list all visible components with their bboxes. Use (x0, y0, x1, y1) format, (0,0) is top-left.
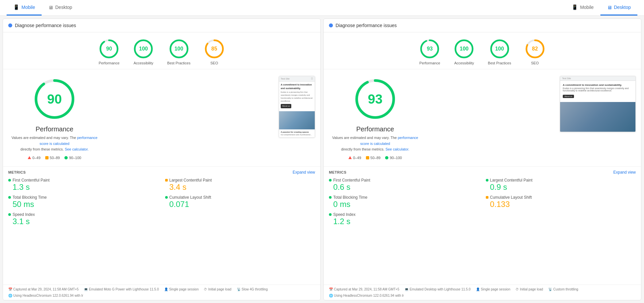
right-panel-header: Diagnose performance issues (324, 19, 641, 32)
left-footer-emulated: 💻 Emulated Moto G Power with Lighthouse … (84, 287, 159, 291)
right-panel-title: Diagnose performance issues (336, 23, 397, 28)
left-access-score: 100 (139, 46, 148, 52)
left-screenshot: Test Site ☰ A commitment to innovation a… (107, 76, 315, 138)
mobile-icon-right: 📱 (572, 4, 578, 10)
left-lcp-value: 3.4 s (165, 183, 315, 192)
right-perf-left: 93 Performance Values are estimated and … (329, 76, 421, 160)
right-metric-si: Speed Index 1.2 s (329, 212, 479, 226)
left-access-label: Accessibility (133, 61, 153, 65)
right-perf-link[interactable]: performance score is calculated (360, 136, 418, 146)
left-cls-value: 0.071 (165, 200, 315, 209)
right-panel-dot (329, 23, 333, 27)
right-tbt-value: 0 ms (329, 200, 479, 209)
right-seo-label: SEO (531, 61, 539, 65)
left-expand-view[interactable]: Expand view (293, 170, 315, 175)
left-footer-session: 👤 Single page session (164, 287, 199, 291)
left-mobile-tab[interactable]: 📱 Mobile (7, 0, 42, 16)
right-mobile-tab[interactable]: 📱 Mobile (565, 0, 600, 16)
left-panel: Diagnose performance issues 90 Performan… (3, 18, 321, 300)
right-calc-link[interactable]: See calculator. (385, 147, 409, 151)
left-metric-lcp: Largest Contentful Paint 3.4 s (165, 178, 315, 192)
left-scores-row: 90 Performance 100 Accessibility (3, 32, 320, 69)
right-tbt-label: Total Blocking Time (333, 195, 367, 200)
right-perf-section-title: Performance (356, 125, 394, 133)
right-fcp-value: 0.6 s (329, 183, 479, 192)
left-footer-throttle: 📡 Slow 4G throttling (237, 287, 268, 291)
left-si-value: 3.1 s (8, 217, 159, 226)
left-legend: 0–49 50–89 90–100 (28, 156, 81, 160)
right-lcp-label: Largest Contentful Paint (490, 178, 533, 183)
left-bp-score: 100 (174, 46, 183, 52)
left-cls-label: Cumulative Layout Shift (169, 195, 211, 200)
right-score-bestpractices: 100 Best Practices (488, 38, 511, 65)
right-footer-session: 👤 Single page session (476, 287, 511, 291)
left-perf-left: 90 Performance Values are estimated and … (8, 76, 101, 160)
left-perf-desc: Values are estimated and may vary. The p… (8, 135, 101, 152)
right-perf-section: 93 Performance Values are estimated and … (324, 69, 641, 167)
right-scores-row: 93 Performance 100 Accessibility (324, 32, 641, 69)
left-perf-section-title: Performance (36, 125, 74, 133)
right-cls-label: Cumulative Layout Shift (490, 195, 532, 200)
right-footer-emulated: 💻 Emulated Desktop with Lighthouse 11.5.… (405, 287, 471, 291)
right-cls-value: 0.133 (486, 200, 636, 209)
left-desktop-tab-label: Desktop (55, 5, 72, 10)
right-legend: 0–49 50–89 90–100 (348, 156, 402, 160)
left-seo-score: 85 (211, 46, 217, 52)
left-big-score-value: 90 (47, 92, 62, 107)
left-metric-fcp: First Contentful Paint 1.3 s (8, 178, 159, 192)
right-si-label: Speed Index (333, 212, 355, 217)
left-metric-cls: Cumulative Layout Shift 0.071 (165, 195, 315, 209)
left-perf-link[interactable]: performance score is calculated (40, 136, 97, 146)
left-si-label: Speed Index (13, 212, 35, 217)
left-panel-title: Diagnose performance issues (15, 23, 76, 28)
left-score-performance: 90 Performance (98, 38, 120, 65)
left-fcp-label: First Contentful Paint (13, 178, 50, 183)
left-footer-pageload: ⏱ Initial page load (204, 287, 231, 291)
left-seo-label: SEO (210, 61, 218, 65)
left-perf-label: Performance (99, 61, 120, 65)
left-metric-tbt: Total Blocking Time 50 ms (8, 195, 159, 209)
right-score-performance: 93 Performance (419, 38, 440, 65)
left-tbt-value: 50 ms (8, 200, 159, 209)
right-footer-captured: 📅 Captured at Mar 29, 2024, 11:58 AM GMT… (329, 287, 399, 291)
right-expand-view[interactable]: Expand view (613, 170, 636, 175)
left-score-seo: 85 SEO (204, 38, 225, 65)
right-si-value: 1.2 s (329, 217, 479, 226)
left-footer: 📅 Captured at Mar 29, 2024, 11:58 AM GMT… (3, 285, 320, 300)
left-perf-score: 90 (106, 46, 112, 52)
right-perf-desc: Values are estimated and may vary. The p… (329, 135, 421, 152)
right-access-score: 100 (460, 46, 469, 52)
left-calc-link[interactable]: See calculator. (65, 147, 89, 151)
right-metric-tbt: Total Blocking Time 0 ms (329, 195, 479, 209)
left-metric-si: Speed Index 3.1 s (8, 212, 159, 226)
left-score-bestpractices: 100 Best Practices (167, 38, 190, 65)
left-fcp-value: 1.3 s (8, 183, 159, 192)
right-metric-fcp: First Contentful Paint 0.6 s (329, 178, 479, 192)
left-panel-dot (8, 23, 12, 27)
left-footer-browser: 🌐 Using HeadlessChromium 122.0.6261.94 w… (8, 294, 83, 297)
mobile-icon-left: 📱 (13, 4, 19, 10)
left-metrics-section: METRICS Expand view First Contentful Pai… (3, 167, 320, 229)
right-bp-label: Best Practices (488, 61, 511, 65)
right-lcp-value: 0.9 s (486, 183, 636, 192)
left-metrics-label: METRICS (8, 170, 26, 174)
left-desktop-tab[interactable]: 🖥 Desktop (42, 0, 79, 16)
right-desktop-tab-label: Desktop (614, 5, 631, 10)
left-lcp-label: Largest Contentful Paint (169, 178, 212, 183)
right-footer: 📅 Captured at Mar 29, 2024, 11:58 AM GMT… (324, 285, 641, 300)
left-footer-captured: 📅 Captured at Mar 29, 2024, 11:58 AM GMT… (8, 287, 79, 291)
right-panel: Diagnose performance issues 93 Performan… (323, 18, 641, 300)
right-seo-score: 82 (532, 46, 538, 52)
left-mobile-tab-label: Mobile (21, 5, 35, 10)
left-score-accessibility: 100 Accessibility (133, 38, 154, 65)
left-tbt-label: Total Blocking Time (13, 195, 47, 200)
right-footer-throttle: 📡 Custom throttling (548, 287, 578, 291)
right-footer-pageload: ⏱ Initial page load (516, 287, 543, 291)
right-desktop-tab[interactable]: 🖥 Desktop (600, 0, 637, 16)
right-score-accessibility: 100 Accessibility (453, 38, 475, 65)
right-score-seo: 82 SEO (524, 38, 546, 65)
right-screenshot: Test Site A commitment to innovation and… (428, 76, 636, 132)
right-fcp-label: First Contentful Paint (333, 178, 370, 183)
right-big-score-value: 93 (368, 92, 383, 107)
right-footer-browser: 🌐 Using HeadlessChromium 122.0.6261.94 w… (329, 294, 404, 297)
